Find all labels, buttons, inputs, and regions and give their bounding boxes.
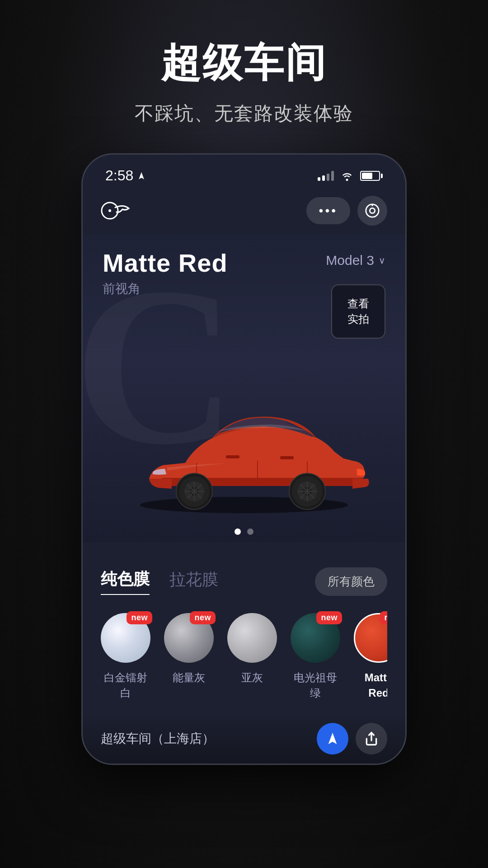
- new-badge: new: [127, 611, 152, 624]
- model-selector[interactable]: Model 3 ∨: [326, 253, 385, 268]
- pagination-dots: [83, 528, 405, 542]
- location-arrow-icon: [137, 171, 146, 180]
- pagination-dot-inactive: [247, 528, 253, 535]
- signal-bars-icon: [318, 171, 334, 181]
- new-badge: new: [190, 611, 216, 624]
- new-badge: new: [316, 611, 342, 624]
- color-label: 电光祖母绿: [294, 670, 337, 700]
- tab-solid-film[interactable]: 纯色膜: [101, 568, 150, 595]
- color-item-platinum-white[interactable]: new 白金镭射白: [101, 613, 150, 700]
- dots-area: [83, 542, 405, 554]
- color-label: 能量灰: [173, 670, 205, 685]
- share-icon: [364, 731, 379, 746]
- car-display-area: C Matte Red 前视角 Model 3 ∨ 查看实拍: [83, 235, 405, 542]
- battery-icon: [360, 171, 383, 181]
- wifi-icon: [340, 170, 354, 181]
- real-photo-button[interactable]: 查看实拍: [331, 284, 385, 339]
- film-tabs: 纯色膜 拉花膜 所有颜色: [101, 567, 387, 596]
- color-item-energy-gray[interactable]: new 能量灰: [164, 613, 214, 700]
- color-label: 白金镭射白: [104, 670, 147, 700]
- chevron-down-icon: ∨: [379, 255, 385, 266]
- model-name: Model 3: [326, 253, 374, 268]
- svg-point-3: [370, 208, 375, 213]
- share-button[interactable]: [356, 723, 387, 755]
- car-illustration: [113, 388, 375, 515]
- all-colors-button[interactable]: 所有颜色: [315, 567, 387, 596]
- shop-name: 超级车间（上海店）: [101, 730, 215, 747]
- svg-rect-8: [280, 456, 294, 459]
- svg-rect-7: [226, 455, 239, 458]
- svg-point-1: [108, 209, 111, 212]
- color-section: 纯色膜 拉花膜 所有颜色 new 白金镭射白: [83, 554, 405, 714]
- app-title: 超级车间: [0, 36, 488, 90]
- color-item-silver-gray[interactable]: 亚灰: [227, 613, 277, 700]
- status-time: 2:58: [105, 167, 146, 184]
- app-logo[interactable]: [101, 199, 132, 222]
- color-item-dark-green[interactable]: new 电光祖母绿: [291, 613, 340, 700]
- color-swatches: new 白金镭射白 new 能量灰 亚灰: [101, 609, 387, 705]
- color-label-active: MatteRed: [365, 670, 387, 700]
- car-image-area: [83, 388, 405, 515]
- navigation-icon: [325, 731, 340, 746]
- status-icons: [318, 170, 383, 181]
- bottom-bar: 超级车间（上海店）: [83, 714, 405, 764]
- color-item-matte-red[interactable]: new MatteRed: [354, 613, 387, 700]
- top-nav: •••: [83, 189, 405, 235]
- camera-icon: [365, 203, 380, 218]
- pagination-dot-active: [235, 528, 241, 535]
- phone-mockup: 2:58: [81, 153, 407, 765]
- tab-pattern-film[interactable]: 拉花膜: [169, 569, 218, 594]
- app-header: 超级车间 不踩坑、无套路改装体验: [0, 0, 488, 126]
- color-label: 亚灰: [241, 670, 263, 685]
- camera-button[interactable]: [357, 196, 387, 226]
- phone-frame: 2:58: [81, 153, 407, 765]
- app-subtitle: 不踩坑、无套路改装体验: [0, 101, 488, 126]
- new-badge: new: [380, 611, 387, 624]
- bottom-action-buttons: [317, 723, 387, 755]
- status-bar: 2:58: [83, 155, 405, 189]
- more-options-button[interactable]: •••: [306, 197, 350, 224]
- nav-buttons: •••: [306, 196, 387, 226]
- swatch-circle: [227, 613, 277, 663]
- navigate-button[interactable]: [317, 723, 348, 755]
- svg-point-2: [366, 204, 379, 217]
